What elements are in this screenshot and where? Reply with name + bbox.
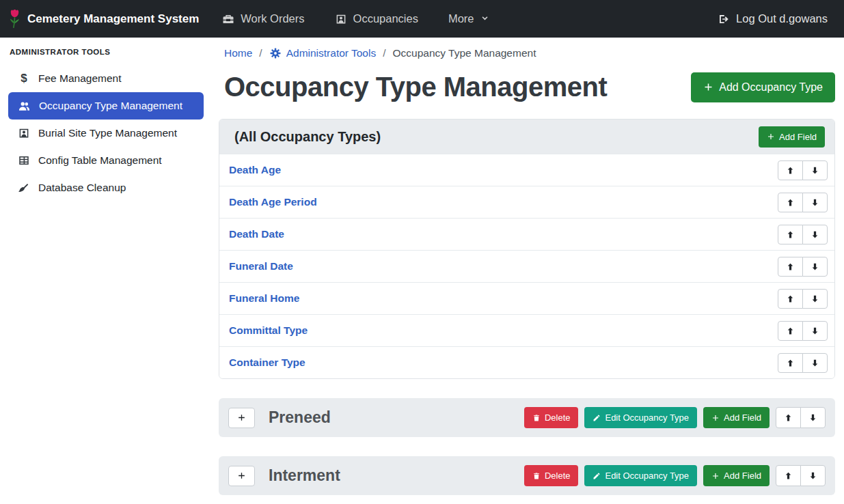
logout-button[interactable]: Log Out d.gowans <box>718 12 828 25</box>
sidebar-item-occupancy-type-management[interactable]: Occupancy Type Management <box>8 92 204 120</box>
move-up-button[interactable] <box>778 289 803 309</box>
arrow-down-icon <box>811 262 819 271</box>
field-link[interactable]: Death Age <box>229 164 281 176</box>
breadcrumb-admin-tools-link[interactable]: Administrator Tools <box>269 47 377 59</box>
field-row: Funeral Home <box>219 282 834 314</box>
move-down-button[interactable] <box>802 353 828 373</box>
move-down-button[interactable] <box>800 465 826 486</box>
sidebar: ADMINISTRATOR TOOLS $ Fee Management Occ… <box>0 38 210 504</box>
expand-button[interactable] <box>228 408 255 428</box>
move-up-button[interactable] <box>778 257 803 277</box>
app-brand[interactable]: Cemetery Management System <box>8 9 199 29</box>
move-down-button[interactable] <box>802 193 828 212</box>
type-title: Preneed <box>269 408 331 427</box>
sidebar-item-burial-site-type-management[interactable]: Burial Site Type Management <box>8 120 204 147</box>
panel-header: (All Occupancy Types) Add Field <box>219 120 834 154</box>
field-row: Committal Type <box>219 314 834 346</box>
field-link[interactable]: Funeral Home <box>229 292 299 305</box>
work-orders-icon <box>222 13 234 25</box>
pencil-icon <box>593 472 601 480</box>
arrow-up-icon <box>786 166 795 175</box>
breadcrumb-current: Occupancy Type Management <box>393 47 536 59</box>
move-up-button[interactable] <box>776 465 801 486</box>
logout-label: Log Out d.gowans <box>736 12 828 25</box>
arrow-up-icon <box>784 413 793 422</box>
reorder-buttons <box>778 257 828 277</box>
field-link[interactable]: Funeral Date <box>229 260 293 272</box>
arrow-down-icon <box>811 198 819 207</box>
top-navbar: Cemetery Management System Work Orders O… <box>0 0 844 38</box>
move-up-button[interactable] <box>778 160 803 180</box>
nav-occupancies[interactable]: Occupancies <box>335 12 418 25</box>
move-up-button[interactable] <box>778 193 803 212</box>
move-down-button[interactable] <box>802 160 828 180</box>
nav-work-orders[interactable]: Work Orders <box>222 12 304 25</box>
arrow-down-icon <box>811 230 819 239</box>
arrow-up-icon <box>786 198 795 207</box>
arrow-down-icon <box>811 326 819 335</box>
breadcrumb-separator: / <box>259 47 262 59</box>
delete-button[interactable]: Delete <box>524 407 579 428</box>
panel-title: (All Occupancy Types) <box>234 129 381 145</box>
breadcrumb-home-link[interactable]: Home <box>224 47 252 59</box>
arrow-down-icon <box>808 413 817 422</box>
delete-button[interactable]: Delete <box>524 465 579 486</box>
add-occupancy-type-button[interactable]: Add Occupancy Type <box>691 72 835 102</box>
sidebar-item-fee-management[interactable]: $ Fee Management <box>8 65 204 92</box>
button-label: Edit Occupancy Type <box>605 471 689 481</box>
field-link[interactable]: Committal Type <box>229 324 308 337</box>
move-down-button[interactable] <box>802 289 828 309</box>
plus-icon <box>767 132 775 141</box>
add-field-button[interactable]: Add Field <box>759 126 825 148</box>
dollar-icon: $ <box>18 72 30 85</box>
chevron-down-icon <box>480 14 489 23</box>
move-up-button[interactable] <box>778 353 803 373</box>
arrow-up-icon <box>786 230 795 239</box>
arrow-up-icon <box>784 471 793 480</box>
occupancy-type-panel-preneed: Preneed Delete Edit Occupancy Type Add F… <box>219 398 835 437</box>
field-row: Funeral Date <box>219 250 834 282</box>
arrow-up-icon <box>786 294 795 303</box>
edit-occupancy-type-button[interactable]: Edit Occupancy Type <box>584 465 697 486</box>
breadcrumb-separator: / <box>383 47 385 59</box>
trash-icon <box>532 472 541 480</box>
arrow-down-icon <box>808 471 817 480</box>
edit-occupancy-type-button[interactable]: Edit Occupancy Type <box>584 407 697 428</box>
reorder-buttons <box>778 321 828 341</box>
person-frame-icon <box>18 127 30 139</box>
panel-actions: Delete Edit Occupancy Type Add Field <box>524 407 826 428</box>
button-label: Add Field <box>724 412 761 423</box>
field-link[interactable]: Container Type <box>229 356 305 369</box>
add-field-button[interactable]: Add Field <box>703 407 770 428</box>
move-down-button[interactable] <box>802 257 828 277</box>
sidebar-item-label: Fee Management <box>38 72 122 85</box>
pencil-icon <box>593 414 601 422</box>
reorder-buttons <box>778 160 828 180</box>
button-label: Edit Occupancy Type <box>605 412 689 423</box>
reorder-buttons <box>778 289 828 309</box>
arrow-up-icon <box>786 359 795 367</box>
reorder-buttons <box>778 353 828 373</box>
add-field-button[interactable]: Add Field <box>703 465 770 486</box>
expand-button[interactable] <box>228 466 255 486</box>
move-up-button[interactable] <box>778 321 803 341</box>
nav-more[interactable]: More <box>448 12 489 25</box>
move-down-button[interactable] <box>802 225 828 244</box>
field-row: Death Date <box>219 218 834 250</box>
plus-icon <box>237 413 246 422</box>
logout-icon <box>718 13 730 25</box>
sidebar-item-config-table-management[interactable]: Config Table Management <box>8 147 204 174</box>
sidebar-item-database-cleanup[interactable]: Database Cleanup <box>8 174 204 201</box>
broom-icon <box>18 182 30 194</box>
reorder-buttons <box>778 225 828 244</box>
move-up-button[interactable] <box>778 225 803 244</box>
field-link[interactable]: Death Age Period <box>229 196 317 208</box>
move-up-button[interactable] <box>776 407 801 428</box>
panel-actions: Delete Edit Occupancy Type Add Field <box>524 465 826 486</box>
field-link[interactable]: Death Date <box>229 228 284 240</box>
button-label: Add Field <box>779 132 817 142</box>
reorder-buttons <box>778 193 828 212</box>
move-down-button[interactable] <box>802 321 828 341</box>
button-label: Delete <box>545 471 571 481</box>
move-down-button[interactable] <box>800 407 826 428</box>
